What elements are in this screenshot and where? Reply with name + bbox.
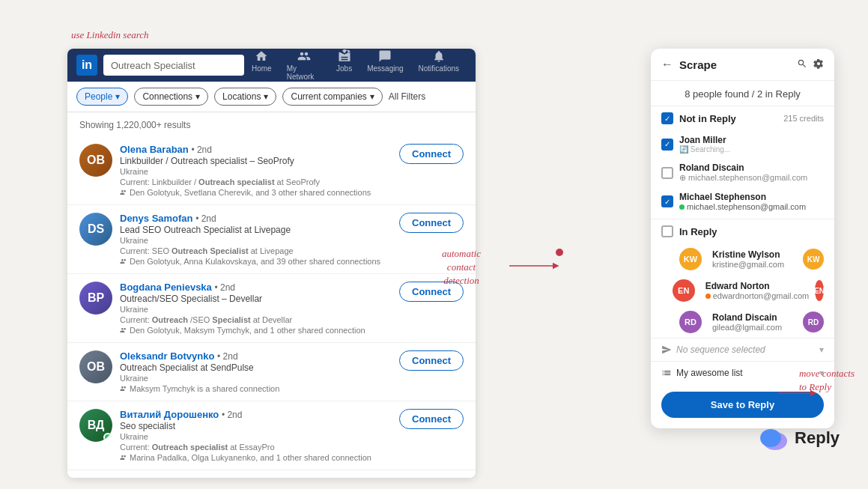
person-shared: Den Golotyuk, Svetlana Cherevik, and 3 o… — [120, 188, 392, 197]
kristine-avatar: KW — [679, 248, 702, 270]
sequence-dropdown-arrow: ▾ — [819, 344, 824, 355]
kristine-small-avatar: KW — [803, 249, 824, 270]
roland-email: ⊕ michael.stephenson@gmail.com — [679, 173, 824, 183]
panel-title: Scrape — [679, 58, 791, 71]
person-name[interactable]: Denys Samofan • 2nd — [120, 213, 392, 224]
connect-button[interactable]: Connect — [399, 350, 464, 371]
joan-name: Joan Miller — [679, 135, 824, 145]
nav-home[interactable]: Home — [244, 49, 279, 81]
person-current: Current: SEO Outreach Specialist at Live… — [120, 246, 392, 255]
linkedin-panel: in Home My Network Jobs Messaging Not — [67, 49, 476, 478]
arrow-move — [778, 386, 823, 401]
roland2-email: gilead@lgmail.com — [712, 323, 797, 332]
results-count: Showing 1,220,000+ results — [67, 120, 476, 136]
person-info: Виталий Дорошенко • 2nd Seo specialist U… — [120, 409, 392, 462]
roland2-avatar: RD — [679, 311, 702, 333]
person-title: Outreach/SEO Specialist – Devellar — [120, 294, 392, 304]
settings-icon[interactable] — [813, 58, 824, 71]
joan-email: 🔄 Searching... — [679, 145, 824, 154]
connect-button[interactable]: Connect — [399, 144, 464, 164]
person-location: Ukraine — [120, 432, 392, 441]
nav-notifications[interactable]: Notifications — [411, 49, 467, 81]
joan-info: Joan Miller 🔄 Searching... — [679, 135, 824, 154]
connect-button[interactable]: Connect — [399, 409, 464, 429]
list-item: BP Bogdana Penievska • 2nd Outreach/SEO … — [67, 274, 476, 343]
sequence-selector[interactable]: No sequence selected ▾ — [651, 338, 834, 361]
edward-avatar: EN — [673, 279, 695, 302]
avatar: OB — [79, 144, 112, 177]
person-info: Olena Baraban • 2nd Linkbuilder / Outrea… — [120, 144, 392, 197]
found-text: 8 people found / 2 in Reply — [651, 81, 834, 106]
filter-all[interactable]: All Filters — [389, 91, 425, 102]
nav-messaging[interactable]: Messaging — [359, 49, 410, 81]
michael-checkbox[interactable]: ✓ — [661, 195, 673, 207]
edward-email: edwardnorton@gmail.com — [705, 291, 810, 300]
svg-point-1 — [760, 429, 781, 447]
filter-connections[interactable]: Connections ▾ — [134, 88, 208, 106]
contact-row: EN Edward Norton edwardnorton@gmail.com … — [651, 275, 834, 306]
michael-name: Michael Stephenson — [679, 192, 824, 202]
reply-logo: Reply — [759, 423, 840, 453]
filter-locations[interactable]: Locations ▾ — [214, 88, 276, 106]
joan-checkbox[interactable]: ✓ — [661, 139, 673, 151]
edward-info: Edward Norton edwardnorton@gmail.com — [705, 281, 810, 300]
connect-button[interactable]: Connect — [399, 213, 464, 233]
filter-companies[interactable]: Current companies ▾ — [282, 88, 382, 106]
person-name[interactable]: Oleksandr Botvynko • 2nd — [120, 350, 392, 362]
person-shared: Maksym Tymchyk is a shared connection — [120, 384, 392, 393]
kristine-info: Kristine Wylson kristine@gmail.com — [712, 249, 797, 269]
kristine-name: Kristine Wylson — [712, 249, 797, 260]
not-in-reply-label: Not in Reply — [679, 113, 777, 124]
search-icon[interactable] — [797, 58, 807, 71]
person-location: Ukraine — [120, 236, 392, 245]
list-item: DS Denys Samofan • 2nd Lead SEO Outreach… — [67, 205, 476, 274]
avatar: OB — [79, 350, 112, 383]
filter-people[interactable]: People ▾ — [76, 88, 128, 106]
person-location: Ukraine — [120, 305, 392, 314]
filter-connections-label: Connections — [142, 91, 192, 102]
person-title: Lead SEO Outreach Specialist at Livepage — [120, 225, 392, 235]
person-info: Bogdana Penievska • 2nd Outreach/SEO Spe… — [120, 282, 392, 335]
person-info: Denys Samofan • 2nd Lead SEO Outreach Sp… — [120, 213, 392, 266]
in-reply-label: In Reply — [679, 226, 824, 237]
person-location: Ukraine — [120, 374, 392, 383]
michael-info: Michael Stephenson michael.stephenson@gm… — [679, 192, 824, 211]
filter-people-label: People — [85, 91, 112, 102]
in-reply-section: In Reply KW Kristine Wylson kristine@gma… — [651, 219, 834, 338]
person-name[interactable]: Bogdana Penievska • 2nd — [120, 282, 392, 293]
person-current: Current: Outreach specialist at EssayPro — [120, 443, 392, 452]
person-name[interactable]: Olena Baraban • 2nd — [120, 144, 392, 155]
not-in-reply-checkbox[interactable]: ✓ — [661, 112, 673, 124]
nav-jobs[interactable]: Jobs — [329, 49, 359, 81]
edward-name: Edward Norton — [705, 281, 810, 291]
avatar: ВД — [79, 409, 112, 442]
search-input[interactable] — [103, 55, 244, 76]
back-button[interactable]: ← — [661, 58, 673, 71]
credits-label: 215 credits — [783, 114, 824, 123]
person-shared: Den Golotyuk, Anna Kulakovskaya, and 39 … — [120, 257, 392, 266]
sequence-label: No sequence selected — [676, 344, 815, 355]
person-title: Seo specialist — [120, 421, 392, 431]
person-current: Current: Linkbuilder / Outreach speciali… — [120, 177, 392, 186]
avatar: BP — [79, 282, 112, 315]
annotation-use-linkedin: use Linkedin search — [71, 28, 149, 42]
person-location: Ukraine — [120, 167, 392, 176]
person-shared: Marina Padalka, Olga Lukyanenko, and 1 o… — [120, 453, 392, 462]
roland-info: Roland Discain ⊕ michael.stephenson@gmai… — [679, 163, 824, 183]
in-reply-label-row: In Reply — [651, 219, 834, 243]
filter-locations-label: Locations — [222, 91, 261, 102]
person-name[interactable]: Виталий Дорошенко • 2nd — [120, 409, 392, 420]
list-label: My awesome list — [676, 368, 815, 378]
arrow-detection — [509, 255, 569, 277]
in-reply-checkbox[interactable] — [661, 225, 673, 237]
nav-network[interactable]: My Network — [279, 49, 329, 81]
edward-small-avatar: EN — [815, 280, 824, 301]
header-icons — [797, 58, 824, 71]
reply-logo-text: Reply — [795, 428, 840, 448]
reply-logo-icon — [759, 423, 789, 453]
person-current: Current: Outreach/SEO Specialist at Deve… — [120, 315, 392, 324]
roland-checkbox[interactable] — [661, 167, 673, 179]
kristine-email: kristine@gmail.com — [712, 260, 797, 269]
roland2-name: Roland Discain — [712, 312, 797, 323]
avatar: DS — [79, 213, 112, 246]
